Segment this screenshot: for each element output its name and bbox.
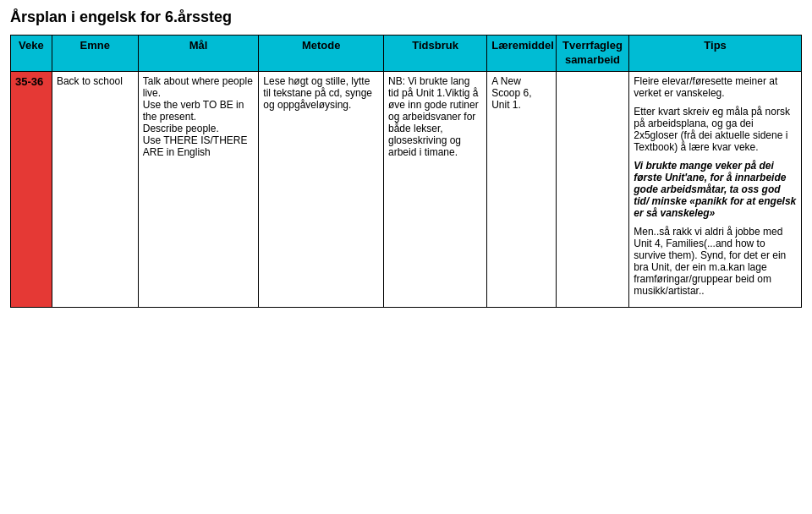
tips-p2: Etter kvart skreiv eg måla på norsk på a…	[634, 106, 797, 153]
mal-cell: Talk about where people live. Use the ve…	[138, 71, 259, 307]
laremiddel-cell: A New Scoop 6, Unit 1.	[487, 71, 556, 307]
page-container: Årsplan i engelsk for 6.årssteg Veke Emn…	[0, 0, 812, 316]
header-tips: Tips	[629, 36, 802, 72]
header-metode: Metode	[259, 36, 384, 72]
page-title: Årsplan i engelsk for 6.årssteg	[10, 8, 802, 26]
tidsbruk-cell: NB: Vi brukte lang tid på Unit 1.Viktig …	[383, 71, 486, 307]
veke-value: 35-36	[15, 75, 43, 88]
tips-italic: Vi brukte mange veker på dei første Unit…	[634, 160, 797, 219]
header-mal: Mål	[138, 36, 259, 72]
metode-cell: Lese høgt og stille, lytte til tekstane …	[259, 71, 384, 307]
header-laremiddel: Læremiddel	[487, 36, 556, 72]
header-tverrfagleg: Tverrfagleg samarbeid	[556, 36, 629, 72]
emne-cell: Back to school	[52, 71, 138, 307]
mal-text: Talk about where people live. Use the ve…	[143, 75, 253, 158]
header-veke: Veke	[11, 36, 52, 72]
main-table: Veke Emne Mål Metode Tidsbruk Læremiddel…	[10, 35, 802, 308]
veke-cell: 35-36	[11, 71, 52, 307]
header-emne: Emne	[52, 36, 138, 72]
tips-p3: Men..så rakk vi aldri å jobbe med Unit 4…	[634, 226, 797, 297]
header-tidsbruk: Tidsbruk	[383, 36, 486, 72]
tverrfagleg-cell	[556, 71, 629, 307]
tips-p1: Fleire elevar/føresette meiner at verket…	[634, 75, 797, 99]
tips-cell: Fleire elevar/føresette meiner at verket…	[629, 71, 802, 307]
